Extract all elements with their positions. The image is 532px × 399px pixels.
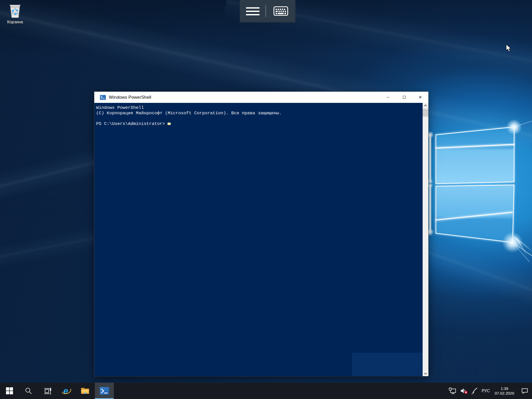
action-center-button[interactable] xyxy=(521,388,528,394)
recycle-bin[interactable]: Корзина xyxy=(4,3,26,24)
task-view-button[interactable] xyxy=(38,383,57,399)
svg-text:e: e xyxy=(63,386,68,396)
windows-ink-tray-button[interactable] xyxy=(471,387,478,394)
folder-icon xyxy=(81,387,90,395)
recycle-bin-icon xyxy=(8,3,23,19)
window-titlebar[interactable]: Windows PowerShell ✕ xyxy=(94,92,428,103)
minimize-button[interactable] xyxy=(380,92,396,103)
taskbar: e xyxy=(0,383,532,399)
scroll-up-button[interactable] xyxy=(423,103,428,108)
close-icon: ✕ xyxy=(418,95,422,99)
network-tray-button[interactable] xyxy=(449,387,457,394)
powershell-icon xyxy=(99,387,109,395)
console-line: Windows PowerShell xyxy=(96,105,421,111)
vm-console-toolbar xyxy=(240,0,295,22)
file-explorer-button[interactable] xyxy=(76,383,95,399)
close-button[interactable]: ✕ xyxy=(412,92,428,103)
windows-logo-icon xyxy=(6,387,13,394)
scrollbar-thumb[interactable] xyxy=(423,109,428,117)
action-center-icon xyxy=(521,388,528,394)
powershell-icon xyxy=(100,95,106,100)
volume-muted-icon xyxy=(460,387,468,394)
task-view-icon xyxy=(43,387,51,395)
windows-ink-icon xyxy=(471,387,478,394)
console-highlight-region xyxy=(352,353,423,376)
toolbar-divider xyxy=(265,5,266,17)
console-line: (C) Корпорация Майкрософт (Microsoft Cor… xyxy=(96,111,421,116)
console-prompt-line: PS C:\Users\Administrator> xyxy=(96,121,421,127)
search-button[interactable] xyxy=(19,383,38,399)
windows-logo-wallpaper xyxy=(426,114,532,262)
vm-keyboard-button[interactable] xyxy=(266,0,295,22)
recycle-bin-label: Корзина xyxy=(7,20,23,24)
console-line xyxy=(96,116,421,121)
clock-time: 1:39 xyxy=(493,386,516,391)
hamburger-menu-icon xyxy=(246,7,260,15)
scroll-down-button[interactable] xyxy=(423,371,428,376)
search-icon xyxy=(25,387,32,394)
ie-icon: e xyxy=(61,386,72,396)
system-tray: РУС 1:39 07.02.2020 xyxy=(449,383,532,399)
console-prompt: PS C:\Users\Administrator> xyxy=(96,121,165,126)
internet-explorer-button[interactable]: e xyxy=(57,383,76,399)
maximize-button[interactable] xyxy=(396,92,412,103)
window-title: Windows PowerShell xyxy=(109,95,151,100)
clock[interactable]: 1:39 07.02.2020 xyxy=(493,386,516,396)
powershell-taskbar-button[interactable] xyxy=(95,383,114,399)
console-scrollbar[interactable] xyxy=(423,103,428,376)
chevron-down-icon xyxy=(424,372,427,375)
language-indicator[interactable]: РУС xyxy=(482,389,490,393)
clock-date: 07.02.2020 xyxy=(493,391,516,396)
volume-tray-button[interactable] xyxy=(460,387,468,394)
powershell-window: Windows PowerShell ✕ Windows PowerShell … xyxy=(94,91,429,376)
text-cursor xyxy=(168,123,171,125)
console-output[interactable]: Windows PowerShell (C) Корпорация Майкро… xyxy=(94,103,428,376)
keyboard-icon xyxy=(273,6,288,16)
chevron-up-icon xyxy=(424,104,427,107)
start-button[interactable] xyxy=(0,383,19,399)
ethernet-network-icon xyxy=(449,387,457,394)
maximize-icon xyxy=(403,96,406,99)
minimize-icon xyxy=(387,97,390,97)
vm-menu-button[interactable] xyxy=(240,0,265,22)
